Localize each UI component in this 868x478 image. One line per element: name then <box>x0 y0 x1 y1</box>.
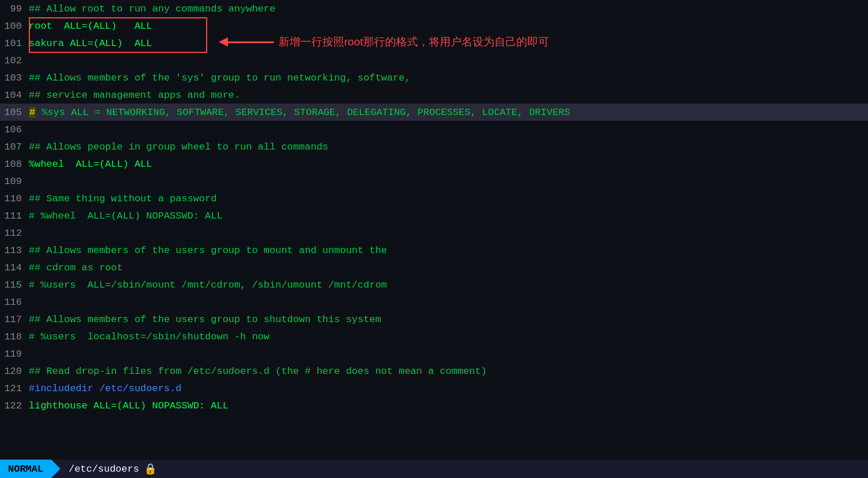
line-content: # %users localhost=/sbin/shutdown -h now <box>29 331 868 342</box>
code-line-113: 113 ## Allows members of the users group… <box>0 242 868 259</box>
line-number: 104 <box>0 90 29 101</box>
code-line-120: 120 ## Read drop-in files from /etc/sudo… <box>0 362 868 380</box>
code-line-102: 102 <box>0 52 868 69</box>
line-content: #includedir /etc/sudoers.d <box>29 383 868 394</box>
line-content: ## Same thing without a password <box>29 193 868 204</box>
line-number: 101 <box>0 38 29 49</box>
code-line-112: 112 <box>0 224 868 242</box>
code-line-111: 111 # %wheel ALL=(ALL) NOPASSWD: ALL <box>0 207 868 224</box>
code-line-109: 109 <box>0 173 868 190</box>
line-number: 110 <box>0 193 29 204</box>
line-number: 112 <box>0 228 29 239</box>
line-number: 102 <box>0 55 29 66</box>
line-content: ## service management apps and more. <box>29 90 868 101</box>
arrow-line <box>228 41 274 43</box>
file-path: /etc/sudoers <box>68 464 139 475</box>
line-number: 108 <box>0 159 29 170</box>
code-line-105: 105 # %sys ALL = NETWORKING, SOFTWARE, S… <box>0 104 868 121</box>
hash-marker: # <box>29 107 36 118</box>
line-number: 106 <box>0 124 29 135</box>
line-content: # %wheel ALL=(ALL) NOPASSWD: ALL <box>29 211 868 221</box>
line-content: ## cdrom as root <box>29 262 868 273</box>
line-content: root ALL=(ALL) ALL <box>29 21 868 32</box>
code-line-119: 119 <box>0 345 868 362</box>
editor: 99 ## Allow root to run any commands any… <box>0 0 868 478</box>
statusline: NORMAL /etc/sudoers 🔒 <box>0 460 868 478</box>
line-number: 99 <box>0 3 29 14</box>
annotation-container: 新增一行按照root那行的格式，将用户名设为自己的即可 <box>219 35 549 49</box>
code-line-108: 108 %wheel ALL=(ALL) ALL <box>0 155 868 173</box>
line-number: 103 <box>0 72 29 83</box>
line-number: 114 <box>0 262 29 273</box>
code-line-118: 118 # %users localhost=/sbin/shutdown -h… <box>0 328 868 345</box>
line-content: %wheel ALL=(ALL) ALL <box>29 159 868 170</box>
code-line-110: 110 ## Same thing without a password <box>0 190 868 207</box>
line-content: ## Allows people in group wheel to run a… <box>29 142 868 152</box>
line-content: ## Allows members of the users group to … <box>29 245 868 256</box>
line-number: 115 <box>0 280 29 290</box>
code-line-99: 99 ## Allow root to run any commands any… <box>0 0 868 17</box>
line-number: 116 <box>0 297 29 308</box>
line-number: 105 <box>0 107 29 118</box>
code-line-107: 107 ## Allows people in group wheel to r… <box>0 138 868 155</box>
code-line-115: 115 # %users ALL=/sbin/mount /mnt/cdrom,… <box>0 276 868 293</box>
line-number: 117 <box>0 314 29 325</box>
line-number: 100 <box>0 21 29 32</box>
lock-icon: 🔒 <box>144 462 157 475</box>
line-content: ## Allows members of the 'sys' group to … <box>29 72 868 83</box>
mode-badge: NORMAL <box>0 460 51 478</box>
line-number: 119 <box>0 349 29 360</box>
code-lines: 99 ## Allow root to run any commands any… <box>0 0 868 414</box>
line-number: 122 <box>0 400 29 411</box>
code-line-104: 104 ## service management apps and more. <box>0 86 868 104</box>
code-line-103: 103 ## Allows members of the 'sys' group… <box>0 69 868 86</box>
line-content: # %sys ALL = NETWORKING, SOFTWARE, SERVI… <box>29 107 868 118</box>
code-line-100: 100 root ALL=(ALL) ALL <box>0 17 868 35</box>
line-number: 121 <box>0 383 29 394</box>
code-line-106: 106 <box>0 121 868 138</box>
annotation-arrow <box>219 37 274 47</box>
code-area: 99 ## Allow root to run any commands any… <box>0 0 868 460</box>
line-content: ## Allow root to run any commands anywhe… <box>29 3 868 14</box>
arrow-head-icon <box>219 37 228 47</box>
code-line-114: 114 ## cdrom as root <box>0 259 868 276</box>
line-number: 107 <box>0 142 29 152</box>
line-number: 120 <box>0 366 29 377</box>
status-path: /etc/sudoers 🔒 <box>60 462 164 475</box>
line-content: ## Allows members of the users group to … <box>29 314 868 325</box>
line-number: 109 <box>0 176 29 187</box>
code-line-122: 122 lighthouse ALL=(ALL) NOPASSWD: ALL <box>0 397 868 414</box>
line-number: 118 <box>0 331 29 342</box>
line-content: # %users ALL=/sbin/mount /mnt/cdrom, /sb… <box>29 280 868 290</box>
line-content: lighthouse ALL=(ALL) NOPASSWD: ALL <box>29 400 868 411</box>
line-content: ## Read drop-in files from /etc/sudoers.… <box>29 366 868 377</box>
annotation-text: 新增一行按照root那行的格式，将用户名设为自己的即可 <box>279 35 549 49</box>
code-line-121: 121 #includedir /etc/sudoers.d <box>0 380 868 397</box>
code-line-117: 117 ## Allows members of the users group… <box>0 311 868 328</box>
code-line-116: 116 <box>0 293 868 311</box>
line-number: 113 <box>0 245 29 256</box>
mode-arrow-icon <box>51 460 60 478</box>
line-number: 111 <box>0 211 29 221</box>
